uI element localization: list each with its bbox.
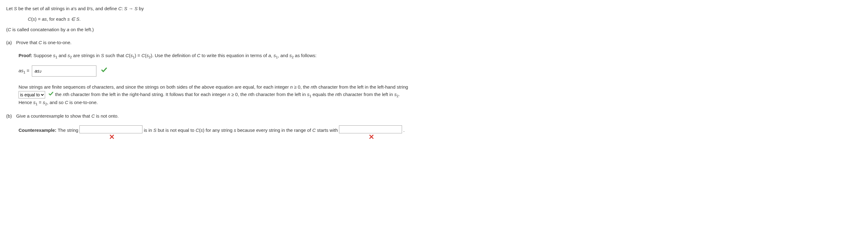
map: S → S bbox=[124, 6, 137, 11]
text: = bbox=[25, 68, 29, 73]
text: Suppose bbox=[33, 53, 53, 58]
text: th character from the left in bbox=[338, 92, 394, 97]
proof-label: Proof: bbox=[19, 53, 33, 58]
var-S: S bbox=[101, 53, 104, 58]
var-b: b bbox=[87, 6, 89, 11]
text: th character from the left in the right-… bbox=[65, 92, 227, 97]
part-label-a: (a) bbox=[6, 39, 15, 46]
var-s2: s bbox=[289, 53, 292, 58]
text: is not onto. bbox=[95, 113, 119, 118]
var-C: C bbox=[8, 27, 11, 32]
text: and bbox=[57, 53, 67, 58]
text: The string bbox=[58, 128, 79, 133]
equation-row: as1 = bbox=[19, 66, 862, 77]
var-n: n bbox=[63, 92, 65, 97]
text: = bbox=[37, 100, 43, 105]
text: is one-to-one. bbox=[42, 40, 72, 45]
var-C: C bbox=[118, 6, 122, 11]
text: . bbox=[403, 126, 404, 134]
var-C: C bbox=[197, 53, 200, 58]
check-icon bbox=[101, 67, 107, 76]
text: be the set of all strings in bbox=[17, 6, 71, 11]
text: is in bbox=[144, 128, 153, 133]
text: on the left.) bbox=[69, 27, 94, 32]
explain-line: (C is called concatenation by a on the l… bbox=[6, 26, 862, 33]
text: Hence bbox=[19, 100, 33, 105]
part-b-header: (b) Give a counterexample to show that C… bbox=[6, 112, 862, 120]
var-s1: s bbox=[33, 100, 36, 105]
text: but is not equal to bbox=[156, 128, 195, 133]
text: 's, and define bbox=[90, 6, 118, 11]
var-C: C bbox=[39, 40, 42, 45]
var-in: s ∈ S bbox=[67, 16, 80, 22]
text: such that bbox=[104, 53, 125, 58]
text: starts with bbox=[316, 128, 338, 133]
text: ) for any string bbox=[203, 128, 234, 133]
text: is one-to-one. bbox=[68, 100, 98, 105]
text: , bbox=[271, 53, 274, 58]
text: , and so bbox=[47, 100, 65, 105]
var-s2: s bbox=[147, 53, 149, 58]
var-C: C bbox=[91, 113, 95, 118]
proof-line: Proof: Suppose s1 and s2 are strings in … bbox=[19, 52, 862, 60]
text: ≥ 0, the bbox=[230, 92, 248, 97]
var-a: a bbox=[71, 6, 73, 11]
var-C: C bbox=[65, 100, 68, 105]
text: by bbox=[137, 6, 144, 11]
text: Now strings are finite sequences of char… bbox=[19, 84, 290, 89]
var-C: C bbox=[28, 16, 31, 22]
text: , and bbox=[278, 53, 289, 58]
equation-input[interactable] bbox=[32, 66, 96, 77]
text: as follows: bbox=[293, 53, 316, 58]
cross-icon bbox=[81, 134, 143, 142]
var-C: C bbox=[125, 53, 129, 58]
var-C: C bbox=[142, 53, 145, 58]
var-as: as bbox=[19, 68, 24, 73]
text: is called concatenation by bbox=[11, 27, 67, 32]
text: Give a counterexample to show that bbox=[16, 113, 91, 118]
var-S: S bbox=[14, 6, 17, 11]
counterexample-label: Counterexample: bbox=[19, 128, 58, 133]
var-s1: s bbox=[274, 53, 276, 58]
var-s: s bbox=[234, 128, 236, 133]
counterexample-input-2[interactable] bbox=[339, 126, 402, 133]
text: ) = bbox=[135, 53, 142, 58]
text: the bbox=[55, 92, 63, 97]
var-n: n bbox=[227, 92, 230, 97]
definition-line: C(s) = as, for each s ∈ S. bbox=[28, 15, 862, 23]
text: are strings in bbox=[72, 53, 101, 58]
eq-lhs: as1 = bbox=[19, 67, 29, 75]
paragraph-2: Now strings are finite sequences of char… bbox=[19, 83, 862, 107]
var-n: n bbox=[248, 92, 251, 97]
text: to write this equation in terms of bbox=[200, 53, 268, 58]
var-C: C bbox=[312, 128, 316, 133]
var-a: a bbox=[268, 53, 271, 58]
text: th character from the left in bbox=[251, 92, 307, 97]
cross-icon bbox=[341, 134, 402, 142]
text: ) = bbox=[35, 16, 42, 22]
text: . bbox=[399, 92, 400, 97]
var-S: S bbox=[153, 128, 156, 133]
text: 's and bbox=[73, 6, 87, 11]
var-n: n bbox=[311, 84, 313, 89]
relation-dropdown[interactable]: is equal to bbox=[19, 91, 45, 99]
part-label-b: (b) bbox=[6, 112, 15, 120]
text: ). Use the definition of bbox=[151, 53, 197, 58]
var-as: as bbox=[42, 16, 46, 22]
intro-line1: Let S be the set of all strings in a's a… bbox=[6, 5, 862, 12]
part-a-header: (a) Prove that C is one-to-one. bbox=[6, 39, 862, 46]
text: Prove that bbox=[16, 40, 39, 45]
counterexample-row: Counterexample: The string is in S but i… bbox=[19, 126, 862, 142]
text: Let bbox=[6, 6, 14, 11]
var-s2: s bbox=[43, 100, 45, 105]
var-C: C bbox=[195, 128, 199, 133]
text: because every string in the range of bbox=[236, 128, 312, 133]
text: , for each bbox=[46, 16, 67, 22]
text: equals the bbox=[311, 92, 335, 97]
text: ≥ 0, the bbox=[292, 84, 311, 89]
text: th character from the left in the left-h… bbox=[313, 84, 408, 89]
var-n: n bbox=[290, 84, 292, 89]
text: . bbox=[80, 16, 81, 22]
counterexample-input-1[interactable] bbox=[80, 126, 143, 133]
text: : bbox=[122, 6, 124, 11]
